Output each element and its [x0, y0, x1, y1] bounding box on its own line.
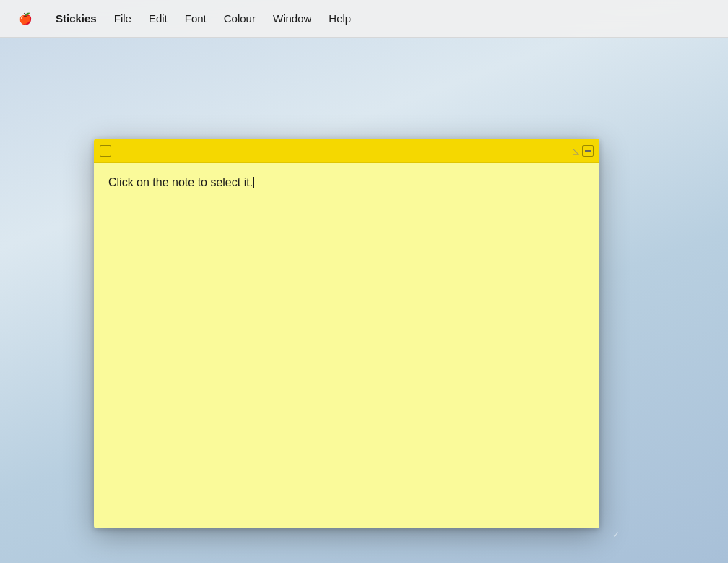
menu-item-font[interactable]: Font — [178, 9, 214, 27]
menu-item-window[interactable]: Window — [266, 9, 318, 27]
desktop-decoration: ✓ — [612, 530, 620, 540]
menubar: 🍎 Stickies File Edit Font Colour Window … — [0, 0, 728, 38]
text-cursor — [253, 177, 254, 188]
desktop: ◺ Click on the note to select it. ✓ — [0, 38, 728, 563]
sticky-collapse-button[interactable] — [582, 145, 594, 157]
sticky-note-window: ◺ Click on the note to select it. — [94, 139, 599, 528]
menu-item-file[interactable]: File — [107, 9, 139, 27]
app-name-menu[interactable]: Stickies — [48, 9, 104, 27]
sticky-close-button[interactable] — [100, 145, 111, 157]
sticky-resize-icon: ◺ — [573, 147, 579, 155]
menu-item-colour[interactable]: Colour — [217, 9, 263, 27]
sticky-titlebar: ◺ — [94, 139, 599, 163]
sticky-titlebar-controls: ◺ — [573, 145, 594, 157]
apple-menu[interactable]: 🍎 — [12, 9, 40, 28]
menu-item-edit[interactable]: Edit — [142, 9, 175, 27]
menu-item-help[interactable]: Help — [321, 9, 358, 27]
sticky-note-text: Click on the note to select it. — [108, 176, 253, 188]
sticky-body[interactable]: Click on the note to select it. — [94, 163, 599, 528]
